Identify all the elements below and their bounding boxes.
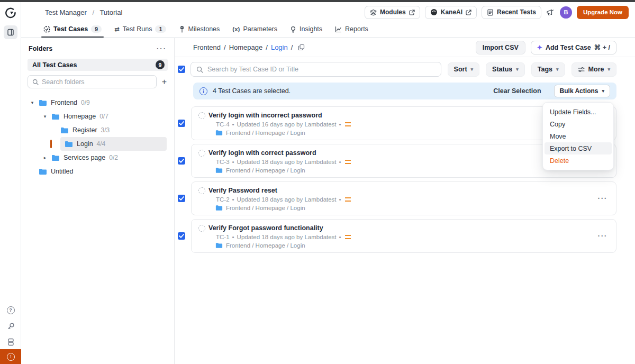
- folder-register[interactable]: Register 3/3: [60, 123, 168, 137]
- tags-dropdown[interactable]: Tags ▾: [531, 62, 565, 77]
- avatar[interactable]: B: [560, 6, 572, 19]
- search-icon: [196, 66, 203, 73]
- status-draft-icon: [198, 112, 205, 119]
- test-case-meta: TC-1•Updated 18 days ago by Lambdatest•: [216, 234, 609, 240]
- menu-item-delete[interactable]: Delete: [545, 154, 612, 167]
- recent-tests-button[interactable]: Recent Tests: [482, 6, 541, 19]
- key-icon[interactable]: [6, 322, 15, 330]
- status-dropdown[interactable]: Status ▾: [486, 62, 525, 77]
- row-more-button[interactable]: ···: [598, 232, 608, 240]
- modules-button[interactable]: Modules: [365, 6, 420, 19]
- caret-down-icon: ▾: [471, 67, 474, 72]
- search-icon: [32, 79, 39, 85]
- row-checkbox[interactable]: [178, 120, 185, 127]
- test-case-path: Frontend / Homepage / Login: [215, 242, 609, 249]
- folder-icon: [60, 127, 69, 134]
- arrow-up-circle-icon: ↑: [7, 353, 15, 361]
- bulk-actions-button[interactable]: Bulk Actions ▾: [554, 85, 610, 97]
- test-runs-icon: ⇄: [114, 25, 120, 33]
- check-icon: [179, 196, 184, 201]
- import-csv-button[interactable]: Import CSV: [476, 41, 525, 54]
- more-filters-dropdown[interactable]: More ▾: [572, 62, 616, 77]
- test-case-search-box: [190, 62, 441, 77]
- caret-down-icon: ▾: [602, 88, 604, 94]
- bulk-actions-menu: Update Fields... Copy Move Export to CSV…: [542, 102, 614, 170]
- check-icon: [179, 67, 184, 71]
- sparkle-icon: ✦: [537, 44, 542, 51]
- upgrade-rail-button[interactable]: ↑: [0, 349, 21, 364]
- caret-down-icon[interactable]: ▾: [30, 100, 35, 105]
- help-icon[interactable]: ?: [6, 306, 15, 314]
- sort-dropdown[interactable]: Sort ▾: [448, 62, 480, 77]
- menu-item-export-to-csv[interactable]: Export to CSV: [545, 142, 612, 154]
- test-case-card[interactable]: Verify Password reset TC-2•Updated 18 da…: [191, 181, 616, 215]
- check-icon: [179, 234, 184, 238]
- tab-milestones[interactable]: Milestones: [179, 22, 220, 37]
- clear-selection-button[interactable]: Clear Selection: [493, 87, 541, 95]
- main-content: Frontend / Homepage / Login / Import CSV…: [175, 38, 635, 364]
- check-icon: [179, 159, 184, 163]
- kaneai-button[interactable]: KaneAI: [425, 6, 477, 19]
- test-case-search-input[interactable]: [207, 66, 436, 73]
- row-more-button[interactable]: ···: [598, 194, 608, 203]
- folder-icon: [65, 141, 73, 148]
- folder-login[interactable]: Login 4/4: [60, 137, 167, 151]
- test-case-title[interactable]: Verify Password reset: [208, 187, 277, 194]
- caret-down-icon: ▾: [556, 67, 559, 72]
- caret-down-icon: ▾: [516, 67, 519, 72]
- row-checkbox[interactable]: [178, 157, 185, 165]
- shortcut-hint: ⌘ + /: [594, 43, 610, 51]
- folder-untitled[interactable]: Untitled: [39, 165, 168, 178]
- test-case-title[interactable]: Verify login with incorrect password: [208, 112, 322, 119]
- test-manager-nav-icon[interactable]: [4, 25, 17, 39]
- tab-test-cases[interactable]: Test Cases 9: [43, 22, 102, 37]
- priority-medium-icon: [345, 197, 351, 202]
- tab-reports[interactable]: Reports: [335, 22, 368, 37]
- folder-services-page[interactable]: ▸ Services page 0/2: [42, 151, 168, 165]
- folder-icon: [215, 130, 223, 136]
- layers-icon: [370, 9, 377, 16]
- folder-icon: [215, 167, 223, 174]
- row-checkbox[interactable]: [178, 232, 185, 240]
- test-case-title[interactable]: Verify Forgot password functionality: [208, 224, 323, 232]
- row-checkbox[interactable]: [178, 195, 185, 202]
- caret-down-icon: ▾: [607, 67, 610, 72]
- crumb-homepage[interactable]: Homepage: [229, 43, 263, 51]
- all-test-cases-item[interactable]: All Test Cases 9: [28, 59, 168, 71]
- breadcrumb-app[interactable]: Test Manager: [45, 8, 87, 16]
- select-all-checkbox[interactable]: [178, 66, 185, 73]
- crumb-login[interactable]: Login: [271, 43, 288, 51]
- folders-menu-icon[interactable]: ···: [157, 44, 167, 52]
- caret-right-icon[interactable]: ▸: [42, 155, 48, 160]
- priority-medium-icon: [345, 122, 351, 126]
- test-case-card[interactable]: Verify Forgot password functionality TC-…: [191, 219, 616, 253]
- priority-medium-icon: [345, 160, 351, 164]
- breadcrumb-project[interactable]: Tutorial: [99, 8, 122, 16]
- upgrade-now-button[interactable]: Upgrade Now: [577, 6, 629, 19]
- test-runs-count-badge: 1: [155, 25, 166, 33]
- announcements-icon[interactable]: [546, 8, 555, 16]
- copy-icon[interactable]: [298, 44, 305, 51]
- caret-down-icon[interactable]: ▾: [42, 114, 48, 119]
- crumb-frontend[interactable]: Frontend: [193, 43, 221, 51]
- info-icon: i: [199, 87, 207, 95]
- packages-icon[interactable]: [6, 338, 15, 346]
- tab-parameters[interactable]: (x) Parameters: [232, 22, 277, 37]
- test-case-title[interactable]: Verify login with correct password: [208, 149, 316, 157]
- folder-search-input[interactable]: [42, 78, 152, 86]
- add-folder-button[interactable]: +: [161, 77, 168, 87]
- test-case-path: Frontend / Homepage / Login: [215, 205, 609, 211]
- folder-icon: [215, 242, 223, 249]
- add-test-case-button[interactable]: ✦ Add Test Case ⌘ + /: [531, 41, 616, 54]
- lambdatest-logo[interactable]: [5, 7, 16, 19]
- external-link-icon: [409, 10, 415, 15]
- folder-breadcrumb: Frontend / Homepage / Login /: [193, 43, 305, 51]
- folder-frontend[interactable]: ▾ Frontend 0/9: [30, 96, 168, 110]
- menu-item-copy[interactable]: Copy: [545, 118, 612, 130]
- tab-insights[interactable]: Insights: [290, 22, 322, 37]
- folder-homepage[interactable]: ▾ Homepage 0/7: [42, 110, 168, 123]
- menu-item-update-fields[interactable]: Update Fields...: [545, 106, 612, 118]
- test-case-row: Verify Password reset TC-2•Updated 18 da…: [178, 181, 616, 215]
- menu-item-move[interactable]: Move: [545, 130, 612, 142]
- tab-test-runs[interactable]: ⇄ Test Runs 1: [114, 22, 166, 37]
